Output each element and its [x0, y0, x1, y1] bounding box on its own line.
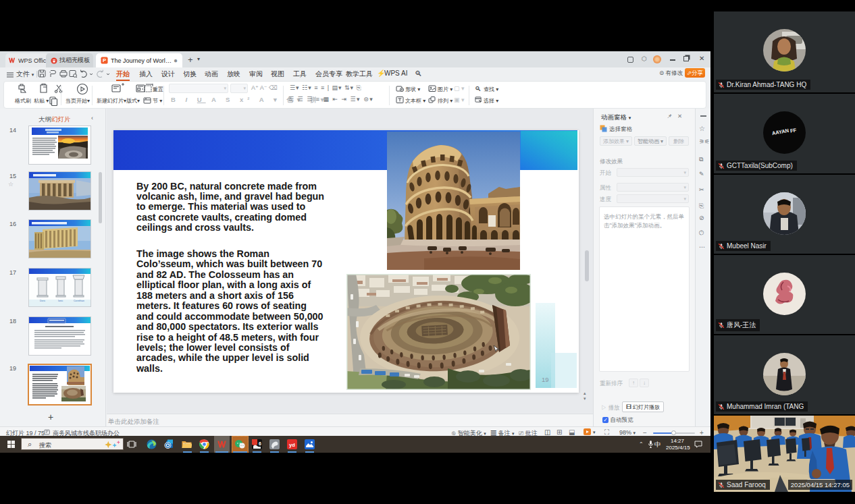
svg-text:Corinthian: Corinthian [74, 300, 84, 302]
svg-text:6: 6 [259, 441, 261, 446]
svg-text:Doric: Doric [40, 300, 45, 302]
svg-text:Ionic: Ionic [58, 300, 63, 302]
svg-text:yd: yd [289, 442, 295, 448]
svg-text:P: P [103, 57, 106, 63]
